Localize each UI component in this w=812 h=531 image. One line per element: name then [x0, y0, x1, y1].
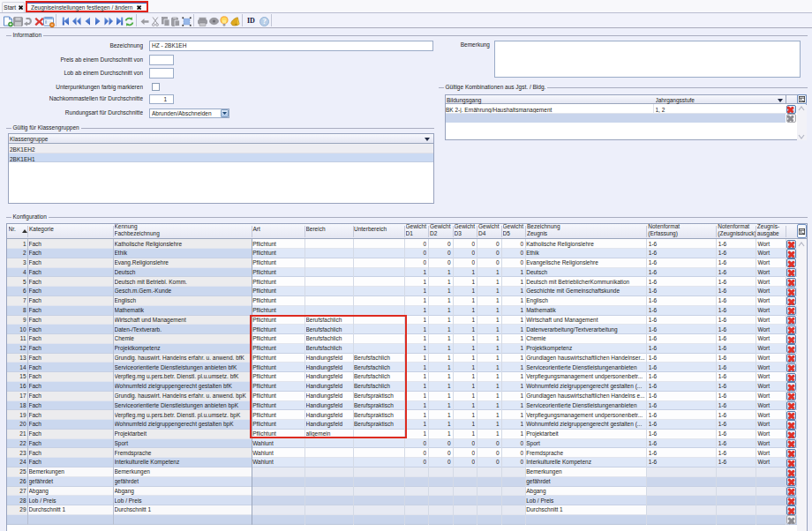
svg-text:?: ?	[262, 17, 266, 26]
